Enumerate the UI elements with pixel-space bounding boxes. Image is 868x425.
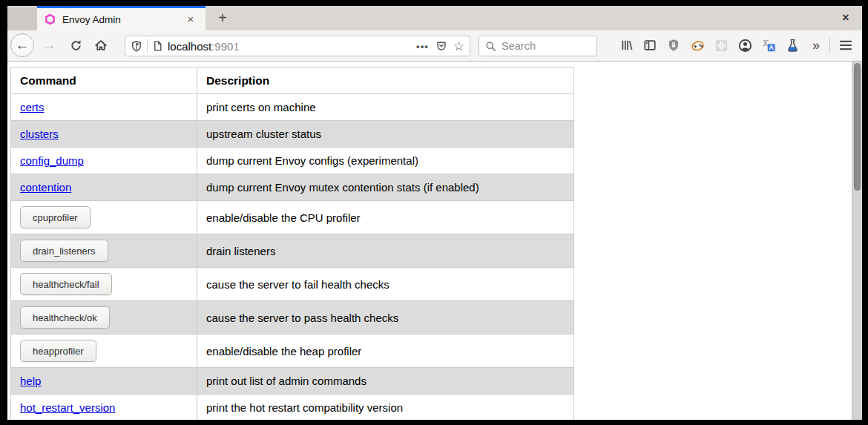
urlbar-separator	[147, 39, 148, 53]
table-row: config_dump dump current Envoy configs (…	[11, 148, 574, 174]
sidebar-icon	[643, 39, 657, 52]
command-description: print out list of admin commands	[197, 368, 574, 395]
account-button[interactable]	[733, 33, 757, 57]
command-description: print certs on machine	[197, 94, 574, 121]
command-link-certs[interactable]: certs	[20, 101, 45, 113]
account-icon	[738, 39, 752, 53]
window-close-button[interactable]: ×	[835, 7, 856, 28]
command-description: cause the server to pass health checks	[197, 301, 574, 335]
new-tab-button[interactable]: +	[213, 8, 232, 27]
url-text: localhost:9901	[168, 40, 240, 53]
table-row: healthcheck/ok cause the server to pass …	[11, 301, 574, 335]
table-row: help print out list of admin commands	[11, 368, 574, 395]
translate-icon: A	[762, 39, 776, 53]
table-row: clusters upstream cluster status	[11, 121, 574, 148]
home-icon	[94, 39, 108, 52]
command-button-healthcheck-fail[interactable]: healthcheck/fail	[20, 273, 112, 295]
home-button[interactable]	[89, 33, 113, 57]
url-bar[interactable]: localhost:9901 ••• ☆	[125, 36, 470, 56]
svg-text:A: A	[769, 43, 774, 50]
library-button[interactable]	[615, 33, 639, 57]
table-row: certs print certs on machine	[11, 94, 574, 121]
tab-bar: Envoy Admin × + ×	[7, 6, 862, 30]
flask-icon	[786, 39, 800, 53]
extension-flask-button[interactable]	[780, 33, 804, 57]
command-link-hot-restart-version[interactable]: hot_restart_version	[20, 401, 115, 414]
command-button-cpuprofiler[interactable]: cpuprofiler	[20, 206, 91, 228]
app-menu-button[interactable]	[834, 33, 858, 57]
bookmark-star-icon[interactable]: ☆	[453, 39, 464, 54]
table-row: cpuprofiler enable/disable the CPU profi…	[11, 201, 574, 234]
table-row: contention dump current Envoy mutex cont…	[11, 174, 574, 201]
page-content: Command Description certs print certs on…	[7, 62, 862, 420]
library-icon	[620, 39, 634, 52]
vertical-scrollbar[interactable]	[852, 62, 862, 420]
command-description: enable/disable the CPU profiler	[197, 201, 574, 234]
command-description: upstream cluster status	[197, 121, 574, 148]
extension-shield-lock-button[interactable]	[662, 33, 685, 57]
extension-badger-button[interactable]	[685, 33, 709, 57]
hamburger-menu-icon	[839, 39, 852, 51]
scrollbar-thumb[interactable]	[854, 63, 861, 191]
tab-title: Envoy Admin	[62, 14, 183, 25]
command-description: drain listeners	[197, 234, 574, 268]
command-button-healthcheck-ok[interactable]: healthcheck/ok	[20, 306, 110, 329]
command-description: cause the server to fail health checks	[197, 268, 574, 301]
command-link-help[interactable]: help	[20, 375, 41, 387]
reload-icon	[70, 39, 82, 52]
page-actions-icon[interactable]: •••	[416, 41, 429, 52]
sidebar-toggle-button[interactable]	[638, 33, 662, 57]
table-row: drain_listeners drain listeners	[11, 234, 574, 268]
overflow-menu-button[interactable]: »	[804, 33, 828, 57]
command-description: enable/disable the heap profiler	[197, 335, 574, 368]
url-port: :9901	[211, 40, 240, 53]
search-input[interactable]	[502, 40, 583, 52]
forward-button: →	[37, 33, 61, 57]
column-header-description: Description	[197, 67, 574, 94]
navigation-toolbar: ← → localhost:9901	[7, 30, 862, 62]
search-icon	[485, 41, 496, 52]
admin-commands-table: Command Description certs print certs on…	[10, 67, 574, 420]
disabled-extension-icon	[714, 39, 729, 53]
tracking-protection-shield-icon	[131, 40, 142, 53]
url-host: localhost	[168, 40, 211, 53]
command-link-config-dump[interactable]: config_dump	[20, 154, 84, 167]
back-button[interactable]: ←	[10, 33, 34, 57]
tab-close-icon[interactable]: ×	[183, 12, 198, 27]
command-link-contention[interactable]: contention	[20, 181, 71, 194]
titlebar-spacer	[7, 7, 37, 30]
command-button-heapprofiler[interactable]: heapprofiler	[20, 340, 96, 362]
browser-window: Envoy Admin × + × ← →	[7, 6, 862, 420]
command-description: dump current Envoy mutex contention stat…	[197, 174, 574, 201]
envoy-favicon-icon	[45, 13, 56, 25]
reload-button[interactable]	[64, 33, 88, 57]
extension-translate-button[interactable]: A	[757, 33, 780, 57]
shield-lock-icon	[667, 39, 680, 52]
search-bar[interactable]	[479, 36, 597, 56]
table-row: healthcheck/fail cause the server to fai…	[11, 268, 574, 301]
page-info-icon[interactable]	[152, 40, 163, 52]
extension-disabled-button[interactable]	[709, 33, 733, 57]
table-header-row: Command Description	[11, 67, 574, 94]
table-row: hot_restart_version print the hot restar…	[11, 395, 574, 421]
command-link-clusters[interactable]: clusters	[20, 128, 59, 140]
toolbar-separator	[829, 38, 830, 53]
command-description: print the hot restart compatibility vers…	[197, 395, 574, 421]
command-button-drain-listeners[interactable]: drain_listeners	[20, 240, 108, 262]
pocket-icon[interactable]	[435, 40, 447, 52]
column-header-command: Command	[11, 67, 197, 94]
tab-envoy-admin[interactable]: Envoy Admin ×	[37, 6, 206, 30]
table-row: heapprofiler enable/disable the heap pro…	[11, 335, 574, 368]
command-description: dump current Envoy configs (experimental…	[197, 148, 574, 174]
badger-icon	[691, 39, 705, 53]
